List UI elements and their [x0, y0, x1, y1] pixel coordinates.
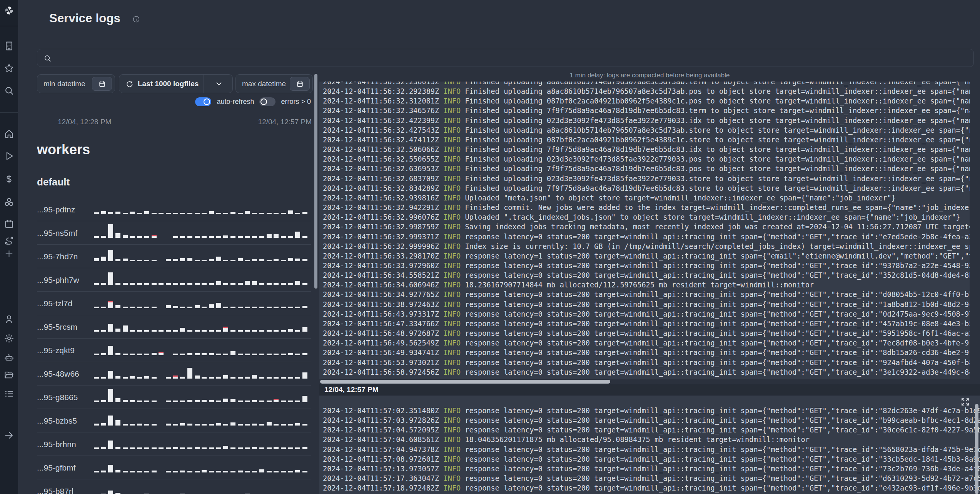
search-input[interactable]	[37, 49, 974, 67]
worker-activity-chart[interactable]	[94, 247, 307, 261]
home-icon[interactable]	[4, 129, 14, 139]
worker-row[interactable]: ...95-bzbs5	[37, 409, 311, 432]
folder-icon[interactable]	[4, 370, 14, 381]
worker-row[interactable]: ...95-brhnn	[37, 432, 311, 456]
play-icon[interactable]	[4, 151, 14, 161]
arrow-right-icon[interactable]	[4, 430, 14, 441]
worker-activity-chart[interactable]	[94, 341, 307, 355]
errors-filter-toggle[interactable]	[259, 97, 275, 106]
log-block-1: 2024-12-04T11:56:32.236013Z INFO Finishe…	[319, 82, 970, 379]
activity-bar	[123, 354, 128, 355]
workers-list: ...95-pdtnz...95-ns5mf...95-7hd7n...95-p…	[37, 198, 311, 494]
activity-bar	[281, 213, 286, 214]
worker-activity-chart[interactable]	[94, 318, 307, 332]
min-datetime-input[interactable]: min datetime	[37, 74, 115, 93]
activity-bar	[267, 330, 272, 332]
activity-bar	[195, 353, 200, 355]
activity-bar	[202, 236, 207, 238]
worker-activity-chart[interactable]	[94, 482, 307, 494]
person-icon[interactable]	[4, 314, 14, 324]
worker-activity-chart[interactable]	[94, 365, 307, 379]
activity-bar	[152, 213, 157, 214]
worker-row[interactable]: ...95-ns5mf	[37, 221, 311, 245]
worker-row[interactable]: ...95-tzl7d	[37, 292, 311, 315]
worker-activity-chart[interactable]	[94, 200, 307, 214]
activity-bar	[267, 354, 272, 355]
worker-row[interactable]: ...95-pdtnz	[37, 198, 311, 221]
worker-row[interactable]: ...95-zqkt9	[37, 339, 311, 362]
workers-scrollbar[interactable]	[314, 74, 317, 289]
worker-row[interactable]: ...95-7hd7n	[37, 245, 311, 268]
worker-activity-chart[interactable]	[94, 412, 307, 426]
logfiles-range-select[interactable]: Last 1000 logfiles	[119, 74, 233, 93]
worker-activity-chart[interactable]	[94, 388, 307, 402]
activity-bar	[302, 327, 307, 332]
info-icon[interactable]	[132, 15, 140, 23]
route-icon[interactable]	[4, 235, 14, 246]
calendar-icon[interactable]	[4, 219, 14, 229]
activity-bar	[274, 424, 279, 426]
robot-icon[interactable]	[4, 352, 14, 363]
activity-bar	[302, 259, 307, 261]
activity-bar	[259, 469, 264, 472]
activity-bar	[245, 260, 250, 261]
search-icon[interactable]	[4, 85, 14, 96]
activity-bar	[130, 212, 135, 214]
activity-bar	[267, 234, 272, 238]
sidebar-divider	[0, 26, 18, 26]
list-icon[interactable]	[4, 389, 14, 399]
activity-bar	[144, 471, 149, 472]
worker-row[interactable]: ...95-g8665	[37, 386, 311, 409]
auto-refresh-toggle[interactable]	[195, 97, 211, 106]
activity-bar	[137, 213, 142, 214]
star-icon[interactable]	[4, 63, 14, 73]
worker-row[interactable]: ...95-48w66	[37, 362, 311, 386]
log-horizontal-scrollbar[interactable]	[320, 380, 610, 384]
worker-activity-chart[interactable]	[94, 294, 307, 308]
min-datetime-label: min datetime	[37, 80, 85, 88]
worker-row[interactable]: ...95-gfbmf	[37, 456, 311, 479]
activity-bar	[230, 399, 235, 402]
log-message: response latency=0 status=200 target=win…	[461, 349, 970, 357]
log-timestamp: 2024-12-04T11:56:32.942291Z	[323, 204, 443, 212]
log-vertical-scrollbar[interactable]	[975, 404, 978, 494]
worker-row[interactable]: ...95-5rcsm	[37, 315, 311, 339]
activity-bar	[230, 422, 235, 426]
gear-icon[interactable]	[4, 333, 14, 344]
building-icon[interactable]	[4, 41, 14, 51]
log-message: Finished uploading a8ac8610b5714eb796507…	[461, 82, 970, 86]
worker-row[interactable]: ...95-phh7w	[37, 268, 311, 292]
activity-bar-error	[152, 235, 157, 238]
max-datetime-calendar-button[interactable]	[290, 77, 310, 91]
activity-bar	[223, 213, 228, 214]
log-line: 2024-12-04T11:56:49.562549Z INFO respons…	[323, 338, 970, 348]
cubes-icon[interactable]	[4, 197, 14, 207]
activity-bar	[159, 330, 164, 332]
log-level: INFO	[443, 82, 461, 86]
activity-bar	[123, 235, 128, 238]
log-level: INFO	[443, 329, 461, 337]
log-timestamp: 2024-12-04T11:56:58.972456Z	[323, 368, 443, 376]
activity-bar	[295, 354, 300, 355]
plus-icon[interactable]	[4, 249, 14, 259]
min-datetime-calendar-button[interactable]	[92, 77, 112, 91]
worker-activity-chart[interactable]	[94, 435, 307, 449]
activity-bar	[137, 401, 142, 402]
worker-row[interactable]: ...95-b87rl	[37, 479, 311, 494]
worker-activity-chart[interactable]	[94, 224, 307, 238]
activity-bar	[259, 259, 264, 261]
log-level: INFO	[443, 194, 461, 202]
windmill-logo[interactable]	[4, 5, 14, 16]
activity-bar	[123, 213, 128, 214]
activity-bar	[230, 471, 235, 472]
activity-bar	[173, 330, 178, 332]
worker-activity-chart[interactable]	[94, 459, 307, 472]
worker-name: ...95-phh7w	[37, 275, 79, 285]
chevron-down-icon[interactable]	[215, 80, 223, 88]
worker-activity-chart[interactable]	[94, 271, 307, 285]
log-message: Saving indexed jobs tracking metadata, m…	[461, 223, 970, 231]
dollar-icon[interactable]	[4, 174, 14, 184]
expand-icon[interactable]	[960, 397, 970, 407]
max-datetime-input[interactable]: max datetime	[235, 74, 313, 93]
chip-divider	[204, 75, 204, 93]
